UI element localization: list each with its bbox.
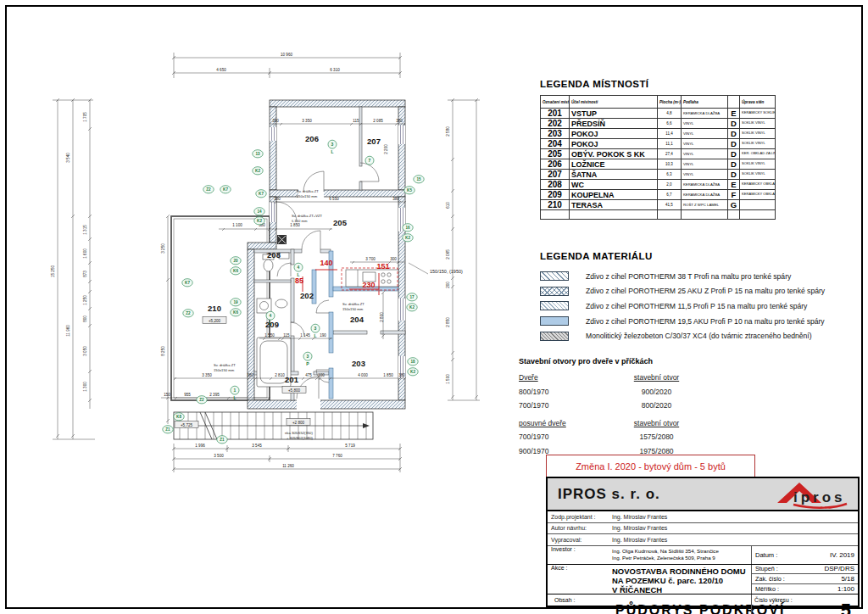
room-id: 203 <box>541 129 570 139</box>
field-label: Zodp.projektant : <box>548 514 612 520</box>
room-number-label: 204 <box>350 315 364 324</box>
marker-label: K6 <box>233 269 238 273</box>
room-name: LOŽNICE <box>570 159 658 170</box>
door-opening-row: 700/19701575/2080 <box>519 433 748 447</box>
marker-label: 14 <box>257 209 262 214</box>
dimension-label: 3 250 <box>161 243 165 254</box>
table-row: 206LOŽNICE10,3VINYLDSOKLÍK VINYL <box>541 159 776 170</box>
opening-size: 900/2020 <box>616 388 697 396</box>
room-area: 10,3 <box>658 159 682 170</box>
room-legend: LEGENDA MÍSTNOSTÍ Označení místn. Účel m… <box>540 79 776 220</box>
table-row: 205OBÝV. POKOK S KK27,4VINYLDKER. OBKLAD… <box>541 149 776 159</box>
room-floor: ROŠT Z WPC LAMEL <box>682 200 728 210</box>
sliding-doors-col-header: posuvné dveře <box>519 419 616 427</box>
room-floor: VINYL <box>682 170 728 180</box>
room-id: 204 <box>541 139 570 149</box>
door-mark-number: 4 <box>298 265 300 270</box>
room-letter: E <box>728 109 740 119</box>
company-logo: ipros s. r. o. <box>768 480 853 509</box>
room-number-label: 209 <box>265 320 279 329</box>
room-area: 41,5 <box>658 200 682 210</box>
date-cell: Datum :IV. 2019 <box>751 546 858 564</box>
dimension-label: 1 100 <box>232 223 242 227</box>
door-mark-number: 3 <box>307 354 309 359</box>
room-wall: SOKLÍK VINYL <box>740 119 776 129</box>
room-number-label: 202 <box>300 291 314 300</box>
title-block-row: Autor návrhu:Ing. Miroslav Frantes <box>548 523 858 535</box>
door-size: 900/1970 <box>519 447 616 455</box>
drawing-title: PŮDORYS PODKROVÍ <box>615 603 785 614</box>
room-id: 201 <box>541 109 570 119</box>
dimension-label: 3 350 <box>202 373 212 377</box>
room-floor: VINYL <box>682 119 728 129</box>
dimension-label: 800 <box>83 315 87 322</box>
room-name: POKOJ <box>570 139 658 149</box>
plan-note: 150/150, (1950) <box>430 269 463 274</box>
door-opening-row: 700/1970800/2020 <box>519 401 748 416</box>
project-meta: Stupeň :DSP/DRS Zak. číslo :5/18 Měřítko… <box>751 565 858 594</box>
doors-col-header: Dveře <box>519 373 616 382</box>
material-item: Zdivo z cihel POROTHERM 19,5 AKU Profi P… <box>540 314 867 329</box>
room-wall: SOKLÍK VINYL <box>740 159 776 170</box>
order-number-label: Zak. číslo : <box>755 575 785 583</box>
marker-label: Z2 <box>206 187 211 192</box>
door-size: 800/1970 <box>519 388 616 396</box>
investor-line1: Ing. Olga Kudrnová, Na Sídlišti 354, Str… <box>612 548 719 554</box>
room-letter: F <box>728 190 740 200</box>
room-name: OBÝV. POKOK S KK <box>570 149 658 159</box>
dimension-label: 380 <box>392 197 399 201</box>
marker-label: K2 <box>409 305 415 310</box>
sliding-doors-header: posuvné dveřestavební otvor <box>519 419 748 433</box>
opening-size: 1975/2080 <box>616 447 697 455</box>
project-line1: NOVOSTAVBA RODINNÉHO DOMU <box>612 567 746 576</box>
dimension-label: 2 580 <box>446 126 450 137</box>
room-number-label: 203 <box>352 359 365 368</box>
content-label: Obsah : <box>551 597 615 603</box>
opening-size: 800/2020 <box>616 401 697 410</box>
stage-value: DSP/DRS <box>824 565 854 572</box>
room-area: 11,4 <box>658 129 682 139</box>
scale-label: Měřítko : <box>755 585 779 593</box>
empty-cell <box>728 210 740 220</box>
dimension-label: 4 000 <box>358 373 368 377</box>
room-wall: KERAMICKÝ SOKLÍK <box>740 109 776 119</box>
door-mark-letter: L <box>233 395 236 400</box>
dimension-label: 15 250 <box>51 265 55 277</box>
door-size: 700/1970 <box>519 433 616 441</box>
marker-label: 17 <box>409 295 415 299</box>
content-row: Obsah : PŮDORYS PODKROVÍ Číslo výkresu :… <box>548 594 858 614</box>
dimension-label: 10 960 <box>281 53 292 57</box>
dimension-label: 2 810 <box>275 373 285 377</box>
room-name: PŘEDSÍŇ <box>570 119 658 129</box>
marker-label: K2 <box>257 219 262 223</box>
door-mark-number: 4 <box>270 313 272 318</box>
dimension-label: 8 250 <box>161 346 165 356</box>
material-legend: LEGENDA MATERIÁLU Zdivo z cihel POROTHER… <box>540 251 867 343</box>
col-header-floor: Podlaha <box>682 96 728 109</box>
dimension-label: 1 500 <box>446 374 450 384</box>
dimension-label: 6 310 <box>330 68 340 72</box>
dimension-label: 380 <box>274 197 281 201</box>
room-letter: G <box>728 200 740 210</box>
table-row: 208WC2,0KERAMICKÁ DLAŽBAEKERAMICKÝ OBKLA… <box>541 180 776 190</box>
material-legend-title: LEGENDA MATERIÁLU <box>540 251 867 261</box>
drawing-number: 5 <box>841 600 851 614</box>
opening-col-header: stavební otvor <box>616 419 697 427</box>
opening-size: 1575/2080 <box>616 433 697 441</box>
col-header-letter <box>728 96 740 109</box>
table-row: 204POKOJ11,1VINYLDSOKLÍK VINYL <box>541 139 776 149</box>
dimension-label: 1 300 <box>83 382 87 392</box>
room-area: 4,8 <box>658 109 682 119</box>
dimension-label: 1 705 <box>83 112 87 122</box>
dimension-label: 3 500 <box>214 454 224 458</box>
dimension-label: 3 350 <box>302 119 312 123</box>
dimension-label: 1 600 <box>83 248 87 259</box>
project-row: Akce : NOVOSTAVBA RODINNÉHO DOMU NA POZE… <box>548 565 858 594</box>
dimension-label: 150 <box>164 393 170 397</box>
field-value: Ing. Miroslav Frantes <box>612 514 667 520</box>
room-area: 6,6 <box>658 119 682 129</box>
title-block: IPROS s. r. o. ipros s. r. o. Zodp.proje… <box>546 477 860 607</box>
door-mark-letter: L <box>331 149 333 154</box>
room-name: POKOJ <box>570 129 658 139</box>
divider <box>751 594 752 614</box>
